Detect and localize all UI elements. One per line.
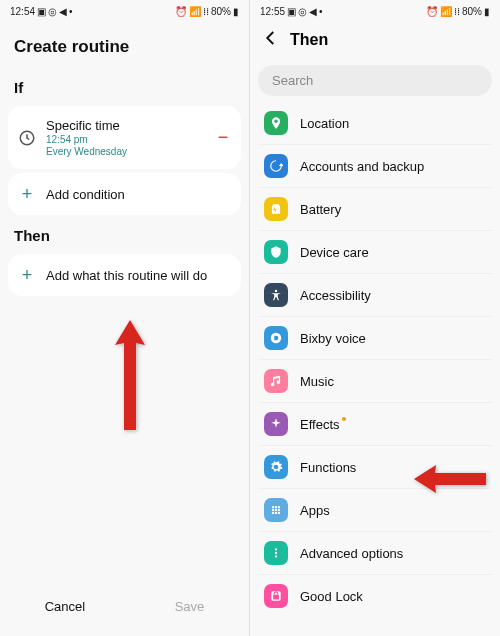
list-item-apps[interactable]: Apps [258, 488, 492, 531]
battery-icon: ▮ [484, 6, 490, 17]
bottom-bar: Cancel Save [0, 583, 249, 636]
right-pane: 12:55 ▣ ◎ ◀ • ⏰ 📶 ⁞⁞ 80% ▮ Then Search L… [250, 0, 500, 636]
if-label: If [0, 71, 249, 102]
list-item-label: Accounts and backup [300, 159, 424, 174]
then-label: Then [0, 219, 249, 250]
list-item-accessibility[interactable]: Accessibility [258, 273, 492, 316]
add-condition-button[interactable]: + Add condition [8, 173, 241, 215]
alarm-icon: ⏰ [426, 6, 438, 17]
svg-point-1 [275, 290, 277, 292]
add-action-label: Add what this routine will do [46, 268, 207, 283]
list-item-accounts-and-backup[interactable]: Accounts and backup [258, 144, 492, 187]
advanced-options-icon [264, 541, 288, 565]
list-item-good-lock[interactable]: Good Lock [258, 574, 492, 617]
device-care-icon [264, 240, 288, 264]
good-lock-icon [264, 584, 288, 608]
camera-icon: ▣ [37, 6, 46, 17]
plus-icon: + [18, 185, 36, 203]
camera-icon: ▣ [287, 6, 296, 17]
list-item-bixby-voice[interactable]: Bixby voice [258, 316, 492, 359]
status-bar: 12:55 ▣ ◎ ◀ • ⏰ 📶 ⁞⁞ 80% ▮ [250, 0, 500, 19]
header: Then [250, 19, 500, 61]
page-title: Create routine [0, 19, 249, 71]
back-button[interactable] [262, 29, 280, 51]
list-item-device-care[interactable]: Device care [258, 230, 492, 273]
list-item-label: Effects [300, 417, 346, 432]
list-item-label: Battery [300, 202, 341, 217]
list-item-label: Device care [300, 245, 369, 260]
search-input[interactable]: Search [258, 65, 492, 96]
svg-point-13 [275, 552, 277, 554]
header-title: Then [290, 31, 328, 49]
condition-specific-time[interactable]: Specific time 12:54 pm Every Wednesday − [8, 106, 241, 169]
list-item-battery[interactable]: Battery [258, 187, 492, 230]
save-button[interactable]: Save [175, 599, 205, 614]
more-icon: • [69, 6, 73, 17]
svg-point-7 [275, 509, 277, 511]
list-item-advanced-options[interactable]: Advanced options [258, 531, 492, 574]
svg-point-10 [275, 512, 277, 514]
functions-icon [264, 455, 288, 479]
battery-text: 80% [462, 6, 482, 17]
more-icon: • [319, 6, 323, 17]
condition-time: 12:54 pm [46, 133, 205, 146]
list-item-location[interactable]: Location [258, 102, 492, 144]
telegram-icon: ◀ [59, 6, 67, 17]
apps-icon [264, 498, 288, 522]
alarm-icon: ⏰ [175, 6, 187, 17]
svg-point-6 [272, 509, 274, 511]
add-condition-label: Add condition [46, 187, 125, 202]
action-list: LocationAccounts and backupBatteryDevice… [250, 102, 500, 617]
annotation-arrow-up [110, 315, 150, 439]
telegram-icon: ◀ [309, 6, 317, 17]
accessibility-icon [264, 283, 288, 307]
svg-point-11 [278, 512, 280, 514]
battery-text: 80% [211, 6, 231, 17]
svg-point-3 [272, 506, 274, 508]
list-item-label: Good Lock [300, 589, 363, 604]
wifi-icon: 📶 [189, 6, 201, 17]
wifi-icon: 📶 [440, 6, 452, 17]
signal-icon: ⁞⁞ [203, 6, 209, 17]
music-icon [264, 369, 288, 393]
status-time: 12:55 [260, 6, 285, 17]
status-time: 12:54 [10, 6, 35, 17]
remove-condition-button[interactable]: − [215, 127, 231, 148]
signal-icon: ⁞⁞ [454, 6, 460, 17]
condition-title: Specific time [46, 118, 205, 133]
battery-icon: ▮ [233, 6, 239, 17]
list-item-effects[interactable]: Effects [258, 402, 492, 445]
instagram-icon: ◎ [48, 6, 57, 17]
svg-point-12 [275, 548, 277, 550]
accounts-and-backup-icon [264, 154, 288, 178]
plus-icon: + [18, 266, 36, 284]
list-item-label: Accessibility [300, 288, 371, 303]
svg-point-8 [278, 509, 280, 511]
clock-icon [18, 129, 36, 147]
svg-rect-16 [273, 595, 279, 600]
svg-point-5 [278, 506, 280, 508]
add-action-button[interactable]: + Add what this routine will do [8, 254, 241, 296]
instagram-icon: ◎ [298, 6, 307, 17]
svg-point-9 [272, 512, 274, 514]
list-item-label: Bixby voice [300, 331, 366, 346]
notification-dot [342, 417, 346, 421]
location-icon [264, 111, 288, 135]
battery-icon [264, 197, 288, 221]
list-item-label: Apps [300, 503, 330, 518]
cancel-button[interactable]: Cancel [45, 599, 85, 614]
left-pane: 12:54 ▣ ◎ ◀ • ⏰ 📶 ⁞⁞ 80% ▮ Create routin… [0, 0, 250, 636]
list-item-label: Location [300, 116, 349, 131]
list-item-label: Functions [300, 460, 356, 475]
list-item-label: Advanced options [300, 546, 403, 561]
list-item-label: Music [300, 374, 334, 389]
bixby-voice-icon [264, 326, 288, 350]
effects-icon [264, 412, 288, 436]
svg-point-4 [275, 506, 277, 508]
svg-point-14 [275, 555, 277, 557]
list-item-music[interactable]: Music [258, 359, 492, 402]
condition-repeat: Every Wednesday [46, 146, 205, 157]
list-item-functions[interactable]: Functions [258, 445, 492, 488]
status-bar: 12:54 ▣ ◎ ◀ • ⏰ 📶 ⁞⁞ 80% ▮ [0, 0, 249, 19]
